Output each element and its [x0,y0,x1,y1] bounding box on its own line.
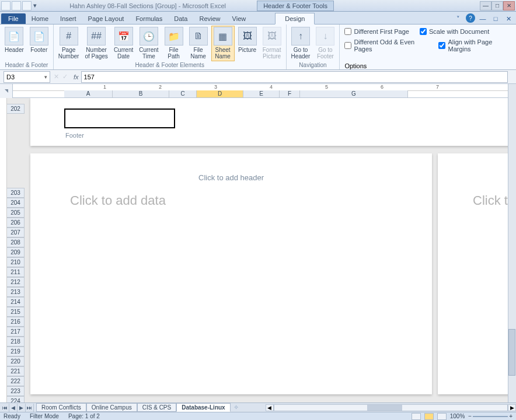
format-picture-button[interactable]: 🖼Format Picture [260,26,284,61]
tab-review[interactable]: Review [193,13,226,24]
minimize-icon[interactable]: — [480,1,491,10]
column-header-C[interactable]: C [169,90,197,97]
maximize-icon[interactable]: □ [491,1,503,10]
row-header[interactable]: 202 [7,104,25,114]
hscroll-thumb[interactable] [367,405,402,411]
sheet-tab[interactable]: Room Conflicts [36,403,86,412]
current-date-button[interactable]: 📅Current Date [111,26,135,61]
row-header[interactable]: 218 [7,337,25,346]
formula-input[interactable]: 157 [81,71,508,83]
tab-insert[interactable]: Insert [54,13,82,24]
view-pagelayout-icon[interactable] [424,413,434,420]
horizontal-scrollbar[interactable]: ◀ ▶ [266,404,516,411]
name-box[interactable]: D3▾ [4,71,50,83]
window-min-icon[interactable]: — [477,13,488,24]
row-header[interactable]: 207 [7,228,25,237]
window-restore-icon[interactable]: □ [490,13,501,24]
tab-file[interactable]: File [1,13,26,24]
row-header[interactable]: 209 [7,247,25,257]
status-page: Page: 1 of 2 [68,413,100,419]
add-data-placeholder[interactable]: Click to add data [70,193,166,208]
row-header[interactable]: 217 [7,327,25,337]
tab-nav-first-icon[interactable]: ⏮ [1,404,9,412]
tab-nav-next-icon[interactable]: ▶ [18,404,26,412]
row-header[interactable]: 215 [7,307,25,317]
vertical-scrollbar-thumb[interactable] [508,329,515,376]
header-button[interactable]: 📄Header [2,26,26,61]
column-header-A[interactable]: A [64,90,113,97]
fx-icon[interactable]: fx [74,74,79,80]
row-header[interactable]: 214 [7,297,25,307]
picture-button[interactable]: 🖼Picture [236,26,259,61]
close-icon[interactable]: ✕ [503,1,515,10]
goto-footer-button[interactable]: ↓Go to Footer [313,26,337,61]
column-header-E[interactable]: E [243,90,280,97]
tab-view[interactable]: View [226,13,252,24]
tab-data[interactable]: Data [168,13,193,24]
minimize-ribbon-icon[interactable]: ˅ [453,13,463,24]
file-name-button[interactable]: 🗎File Name [187,26,210,61]
sheet-tab[interactable]: CIS & CPS [137,403,176,412]
option-scale-doc[interactable]: Scale with Document [420,28,489,35]
footer-section-left[interactable] [64,108,175,128]
tab-page-layout[interactable]: Page Layout [82,13,130,24]
row-header[interactable]: 212 [7,277,25,287]
footer-button[interactable]: 📄Footer [27,26,51,61]
view-pagebreak-icon[interactable] [437,413,447,420]
row-header[interactable]: 216 [7,317,25,327]
view-normal-icon[interactable] [412,413,421,420]
file-path-button[interactable]: 📁File Path [162,26,186,61]
zoom-in-icon[interactable]: + [509,413,512,419]
new-sheet-icon[interactable]: ✧ [231,404,242,411]
sheet-name-button[interactable]: ▦Sheet Name [211,26,235,61]
row-header[interactable]: 220 [7,356,25,366]
column-header-F[interactable]: F [280,90,300,97]
row-header[interactable]: 219 [7,346,25,356]
hscroll-left-icon[interactable]: ◀ [266,404,274,411]
cancel-formula-icon[interactable]: ✕ [54,73,59,80]
current-time-button[interactable]: 🕒Current Time [137,26,161,61]
row-header[interactable]: 210 [7,257,25,267]
tab-nav-last-icon[interactable]: ⏭ [26,404,34,412]
window-close-icon[interactable]: ✕ [503,13,514,24]
option-align-margins[interactable]: Align with Page Margins [438,38,511,52]
page-number-button[interactable]: #Page Number [56,26,82,61]
vertical-scrollbar[interactable] [508,84,516,402]
tab-formulas[interactable]: Formulas [130,13,168,24]
tab-nav-prev-icon[interactable]: ◀ [9,404,18,412]
row-header[interactable]: 224 [7,396,25,402]
row-header[interactable]: 223 [7,386,25,396]
qat-dropdown-icon[interactable]: ▾ [32,1,39,10]
sheet-tab[interactable]: Database-Linux [176,403,230,412]
hscroll-right-icon[interactable]: ▶ [508,404,516,411]
row-header[interactable]: 206 [7,218,25,228]
zoom-out-icon[interactable]: − [468,413,472,419]
add-header-placeholder[interactable]: Click to add header [198,173,264,182]
sheet-tab[interactable]: Online Campus [86,403,137,412]
help-icon[interactable]: ? [466,13,475,23]
row-header[interactable]: 221 [7,366,25,376]
column-header-G[interactable]: G [300,90,408,97]
row-header[interactable]: 205 [7,208,25,218]
option-different-first[interactable]: Different First Page [344,28,409,35]
column-header-B[interactable]: B [113,90,169,97]
zoom-value[interactable]: 100% [450,413,465,419]
zoom-slider[interactable] [473,416,508,417]
tab-design[interactable]: Design [275,13,315,24]
goto-header-button[interactable]: ↑Go to Header [289,26,313,61]
row-header[interactable]: 204 [7,198,25,208]
tab-home[interactable]: Home [26,13,54,24]
row-header[interactable]: 203 [7,188,25,198]
excel-icon[interactable] [1,1,11,10]
save-icon[interactable] [12,1,21,10]
row-header[interactable]: 208 [7,237,25,247]
enter-formula-icon[interactable]: ✓ [62,73,68,80]
select-all-corner[interactable] [0,84,13,98]
undo-icon[interactable] [22,1,32,10]
number-of-pages-button[interactable]: ##Number of Pages [82,26,110,61]
option-different-oddeven[interactable]: Different Odd & Even Pages [344,38,428,52]
row-header[interactable]: 213 [7,287,25,297]
row-header[interactable]: 211 [7,267,25,277]
row-header[interactable]: 222 [7,376,25,386]
column-header-D[interactable]: D [197,90,243,97]
